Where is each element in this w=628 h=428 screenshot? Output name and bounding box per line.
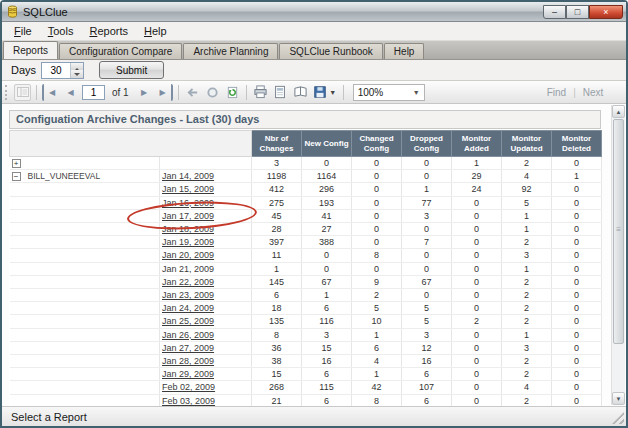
days-input[interactable]: [42, 63, 70, 78]
previous-page-button[interactable]: ◀: [62, 84, 79, 101]
date-link[interactable]: Jan 17, 2009: [162, 211, 214, 221]
document-map-icon[interactable]: [14, 84, 31, 101]
cell-value: 38: [252, 355, 302, 368]
cell-value: 29: [452, 170, 502, 183]
zoom-select[interactable]: 100% ▼: [353, 84, 425, 101]
cell-value: 135: [252, 315, 302, 328]
cell-value: 3: [402, 209, 452, 222]
date-cell: Feb 03, 2009: [160, 394, 252, 406]
date-link[interactable]: Jan 16, 2009: [162, 198, 214, 208]
export-save-icon[interactable]: ▼: [312, 84, 338, 101]
page-number-input[interactable]: [82, 85, 105, 100]
expand-cell: [10, 394, 26, 406]
viewer-toolbar: ◀ ◀ of 1 ▶ ▶: [2, 81, 626, 104]
date-link[interactable]: Jan 22, 2009: [162, 277, 214, 287]
date-link[interactable]: Jan 19, 2009: [162, 237, 214, 247]
date-link[interactable]: Jan 27, 2009: [162, 343, 214, 353]
export-dropdown-arrow-icon[interactable]: ▼: [329, 89, 336, 96]
cell-value: 0: [452, 249, 502, 262]
date-link[interactable]: Jan 24, 2009: [162, 303, 214, 313]
date-cell: Jan 24, 2009: [160, 302, 252, 315]
stop-button[interactable]: [204, 84, 221, 101]
tab-help[interactable]: Help: [384, 43, 425, 59]
next-link[interactable]: Next: [579, 87, 608, 98]
maximize-button[interactable]: □: [566, 5, 589, 19]
expand-cell: [10, 183, 26, 196]
cell-value: 6: [252, 289, 302, 302]
expand-icon[interactable]: +: [12, 159, 21, 168]
scroll-down-icon[interactable]: ▼: [612, 392, 625, 405]
date-link[interactable]: Jan 18, 2009: [162, 224, 214, 234]
first-page-button[interactable]: ◀: [42, 84, 59, 101]
resize-grip-icon[interactable]: [612, 412, 624, 424]
date-link[interactable]: Jan 14, 2009: [162, 171, 214, 181]
date-link[interactable]: Jan 23, 2009: [162, 290, 214, 300]
date-link[interactable]: Jan 25, 2009: [162, 316, 214, 326]
cell-value: 0: [452, 355, 502, 368]
cell-value: 6: [402, 368, 452, 381]
menu-reports[interactable]: Reports: [81, 23, 136, 39]
expand-cell: [10, 315, 26, 328]
spinner-up-icon[interactable]: [71, 63, 83, 71]
submit-button[interactable]: Submit: [99, 61, 164, 79]
cell-value: 0: [552, 196, 602, 209]
print-layout-icon[interactable]: [272, 84, 289, 101]
cell-value: 0: [552, 183, 602, 196]
date-cell: Jan 15, 2009: [160, 183, 252, 196]
tab-configuration-compare[interactable]: Configuration Compare: [59, 43, 182, 59]
cell-value: 5: [402, 302, 452, 315]
table-header-row: Nbr of ChangesNew ConfigChanged ConfigDr…: [10, 131, 602, 157]
refresh-icon[interactable]: [224, 84, 241, 101]
find-input[interactable]: [468, 85, 540, 100]
expand-cell: [10, 275, 26, 288]
last-page-button[interactable]: ▶: [156, 84, 173, 101]
days-spinner: [41, 62, 84, 79]
spinner-down-icon[interactable]: [71, 70, 83, 78]
date-link[interactable]: Jan 26, 2009: [162, 330, 214, 340]
cell-value: 275: [252, 196, 302, 209]
cell-value: 7: [402, 236, 452, 249]
cell-value: 6: [302, 368, 352, 381]
date-link[interactable]: Jan 28, 2009: [162, 356, 214, 366]
date-link[interactable]: Jan 29, 2009: [162, 369, 214, 379]
date-link[interactable]: Jan 15, 2009: [162, 184, 214, 194]
cell-value: 0: [552, 236, 602, 249]
expand-cell: +: [10, 157, 26, 170]
report-content: Configuation Archive Changes - Last (30)…: [9, 110, 601, 406]
tab-archive-planning[interactable]: Archive Planning: [183, 43, 278, 59]
scrollbar-thumb[interactable]: [613, 119, 624, 344]
cell-value: 3: [502, 249, 552, 262]
back-button[interactable]: [184, 84, 201, 101]
menu-file[interactable]: File: [6, 23, 40, 39]
tab-reports[interactable]: Reports: [3, 41, 58, 59]
table-row: Jan 27, 20093615612030: [10, 341, 602, 354]
menu-tools[interactable]: Tools: [40, 23, 82, 39]
date-link[interactable]: Feb 03, 2009: [162, 396, 215, 406]
table-row: Jan 23, 20096120020: [10, 289, 602, 302]
close-button[interactable]: ×: [589, 5, 623, 19]
cell-value: 15: [302, 341, 352, 354]
cell-value: 1: [502, 209, 552, 222]
vertical-scrollbar[interactable]: ▲ ▼: [611, 105, 625, 405]
find-next-divider: |: [573, 87, 576, 98]
toolbar-separator: [246, 85, 247, 100]
date-link[interactable]: Feb 02, 2009: [162, 382, 215, 392]
menu-help[interactable]: Help: [136, 23, 175, 39]
minimize-button[interactable]: –: [543, 5, 566, 19]
status-bar: Select a Report: [2, 406, 626, 426]
server-name: [26, 315, 160, 328]
cell-value: 5: [502, 196, 552, 209]
server-name: [26, 183, 160, 196]
find-link[interactable]: Find: [543, 87, 570, 98]
cell-value: 92: [502, 183, 552, 196]
date-cell: Jan 26, 2009: [160, 328, 252, 341]
tab-sqlclue-runbook[interactable]: SQLClue Runbook: [279, 43, 382, 59]
date-link[interactable]: Jan 20, 2009: [162, 250, 214, 260]
next-page-button[interactable]: ▶: [136, 84, 153, 101]
print-icon[interactable]: [252, 84, 269, 101]
page-setup-icon[interactable]: [292, 84, 309, 101]
cell-value: 11: [252, 249, 302, 262]
collapse-icon[interactable]: −: [12, 172, 21, 181]
expand-cell: [10, 328, 26, 341]
scroll-up-icon[interactable]: ▲: [612, 105, 625, 118]
